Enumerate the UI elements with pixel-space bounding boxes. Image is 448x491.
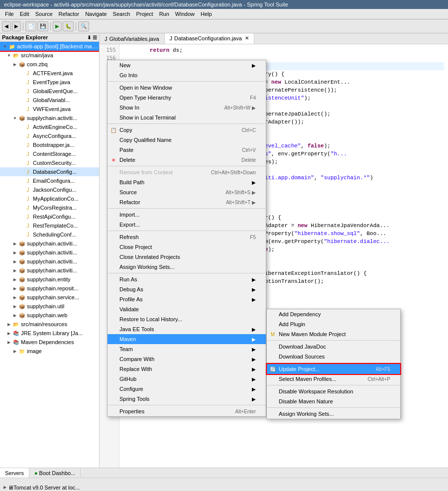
ctx-import[interactable]: Import... <box>108 210 266 220</box>
tree-item-supplychain-entity[interactable]: ▶ 📦 supplychain.entity <box>0 275 99 284</box>
maven-disable-nature[interactable]: Disable Maven Nature <box>267 396 400 406</box>
toolbar-new-btn[interactable]: 📄 <box>25 21 36 31</box>
tree-item-databaseconfig[interactable]: J DatabaseConfig... <box>0 167 99 176</box>
ctx-open-hierarchy[interactable]: Open Type Hierarchy F4 <box>108 93 266 103</box>
ctx-assign-working[interactable]: Assign Working Sets... <box>108 262 266 272</box>
ctx-close-project[interactable]: Close Project <box>108 242 266 252</box>
package-explorer-content[interactable]: ▼ 📁 activiti-app [boot] [Backend master]… <box>0 42 99 468</box>
ctx-configure[interactable]: Configure ▶ <box>108 384 266 394</box>
menu-edit[interactable]: Edit <box>17 10 32 18</box>
tree-item-supplychain-repo[interactable]: ▶ 📦 supplychain.reposit... <box>0 284 99 293</box>
tree-item-jacksonconfig[interactable]: J JacksonConfigu... <box>0 185 99 194</box>
maven-add-dep[interactable]: Add Dependency <box>267 309 400 319</box>
ctx-source[interactable]: Source Alt+Shift+S ▶ <box>108 187 266 197</box>
ctx-refactor[interactable]: Refactor Alt+Shift+T ▶ <box>108 197 266 207</box>
tree-item-resttemplate[interactable]: J RestTemplateCo... <box>0 221 99 230</box>
tree-item-bootstrapper[interactable]: J Bootstrapper.ja... <box>0 140 99 149</box>
tab-close-btn[interactable]: ✕ <box>245 35 249 41</box>
ctx-replace-with[interactable]: Replace With ▶ <box>108 364 266 374</box>
tree-item-contentstorage[interactable]: J ContentStorage... <box>0 149 99 158</box>
ctx-refresh[interactable]: Refresh F5 <box>108 232 266 242</box>
menu-window[interactable]: Window <box>172 10 198 18</box>
tree-item-com-zbq[interactable]: ▶ 📦 com.zbq <box>0 60 99 69</box>
tree-item-supplychain-service[interactable]: ▶ 📦 supplychain.service... <box>0 293 99 302</box>
tree-item-supplychain-util[interactable]: ▶ 📦 supplychain.util <box>0 302 99 311</box>
toolbar-search-btn[interactable]: 🔍 <box>78 21 89 31</box>
ctx-show-in[interactable]: Show In Alt+Shift+W ▶ <box>108 103 266 113</box>
ctx-maven[interactable]: Maven ▶ <box>108 334 266 344</box>
toolbar-back-btn[interactable]: ◀ <box>2 21 11 31</box>
tab-databaseconfiguration[interactable]: J DatabaseConfiguration.java ✕ <box>165 33 254 44</box>
tree-item-actfevent[interactable]: J ACTFEvent.java <box>0 69 99 78</box>
toolbar-debug-btn[interactable]: 🐛 <box>63 21 74 31</box>
ctx-restore-local[interactable]: Restore to Local History... <box>108 314 266 324</box>
tree-item-mycors[interactable]: J MyCorsRegistra... <box>0 203 99 212</box>
maven-assign-working-sets[interactable]: Assign Working Sets... <box>267 409 400 419</box>
tree-item-globaleventque[interactable]: J GlobalEventQue... <box>0 87 99 96</box>
maven-update-project[interactable]: 🔄 Update Project... Alt+F5 <box>267 364 400 374</box>
tree-item-supplychain5[interactable]: ▶ 📦 supplychain.activiti... <box>0 266 99 275</box>
tree-item-restapiconfig[interactable]: J RestApiConfigu... <box>0 212 99 221</box>
ctx-compare-with[interactable]: Compare With ▶ <box>108 354 266 364</box>
ctx-properties[interactable]: Properties Alt+Enter <box>108 406 266 416</box>
ctx-open-window[interactable]: Open in New Window <box>108 83 266 93</box>
tree-item-vwfevent[interactable]: J VWFEvent.java <box>0 105 99 114</box>
ctx-copy-qualified[interactable]: Copy Qualified Name <box>108 135 266 145</box>
maven-select-profiles[interactable]: Select Maven Profiles... Ctrl+Alt+P <box>267 374 400 384</box>
ctx-build-path[interactable]: Build Path ▶ <box>108 177 266 187</box>
ctx-export[interactable]: Export... <box>108 220 266 230</box>
bottom-tab-servers[interactable]: Servers <box>0 468 29 478</box>
ctx-copy[interactable]: 📋 Copy Ctrl+C <box>108 125 266 135</box>
ctx-delete[interactable]: ✕ Delete Delete <box>108 155 266 165</box>
ctx-validate[interactable]: Validate <box>108 304 266 314</box>
ctx-remove-context[interactable]: Remove from Context Ctrl+Alt+Shift+Down <box>108 167 266 177</box>
menu-file[interactable]: File <box>2 10 17 18</box>
server-item[interactable]: ▶ 🖥 Tomcat v9.0 Server at loc... <box>2 479 80 491</box>
ctx-spring-tools[interactable]: Spring Tools ▶ <box>108 394 266 404</box>
toolbar-save-btn[interactable]: 💾 <box>37 21 48 31</box>
ctx-debug-as[interactable]: Debug As ▶ <box>108 284 266 294</box>
tree-item-schedulingconf[interactable]: J SchedulingConf... <box>0 230 99 239</box>
menu-search[interactable]: Search <box>110 10 133 18</box>
bottom-tab-boot-dashboard[interactable]: ● Boot Dashbo... <box>29 468 81 478</box>
ctx-profile-as[interactable]: Profile As ▶ <box>108 294 266 304</box>
menu-navigate[interactable]: Navigate <box>82 10 110 18</box>
tree-item-src[interactable]: ▼ 📂 src/main/java <box>0 51 99 60</box>
tab-globalvariables[interactable]: J GlobalVariables.java <box>100 33 165 44</box>
tree-item-src-resources[interactable]: ▶ 📂 src/main/resources <box>0 320 99 329</box>
tree-item-jre[interactable]: ▶ 📚 JRE System Library [Ja... <box>0 329 99 338</box>
ctx-paste[interactable]: Paste Ctrl+V <box>108 145 266 155</box>
package-explorer-controls[interactable]: ⬇ ☰ <box>87 35 97 40</box>
tree-item-eventtype[interactable]: J EventType.java <box>0 78 99 87</box>
tree-item-maven-deps[interactable]: ▶ 📚 Maven Dependencies <box>0 338 99 347</box>
ctx-github[interactable]: GitHub ▶ <box>108 374 266 384</box>
ctx-java-ee-tools[interactable]: Java EE Tools ▶ <box>108 324 266 334</box>
tree-item-globalvariable[interactable]: J GlobalVariabl... <box>0 96 99 105</box>
tree-item-supplychain4[interactable]: ▶ 📦 supplychain.activiti... <box>0 257 99 266</box>
menu-project[interactable]: Project <box>133 10 156 18</box>
ctx-go-into[interactable]: Go Into <box>108 70 266 80</box>
maven-download-javadoc[interactable]: Download JavaDoc <box>267 342 400 352</box>
ctx-new[interactable]: New ▶ <box>108 60 266 70</box>
menu-help[interactable]: Help <box>198 10 215 18</box>
ctx-team[interactable]: Team ▶ <box>108 344 266 354</box>
ctx-run-as[interactable]: Run As ▶ <box>108 274 266 284</box>
tree-item-emailconfig[interactable]: J EmailConfigura... <box>0 176 99 185</box>
tree-item-image[interactable]: ▶ 📁 image <box>0 347 99 356</box>
tree-item-supplychain-activiti[interactable]: ▼ 📦 supplychain.activiti... <box>0 114 99 123</box>
tree-item-asyncconfig[interactable]: J AsyncConfigura... <box>0 131 99 140</box>
tree-item-customsecurity[interactable]: J CustomSecurity... <box>0 158 99 167</box>
ctx-show-local-terminal[interactable]: Show in Local Terminal <box>108 113 266 123</box>
tree-item-activitiengine[interactable]: J ActivitiEngineCo... <box>0 123 99 131</box>
menu-run[interactable]: Run <box>156 10 172 18</box>
menu-refactor[interactable]: Refactor <box>56 10 83 18</box>
maven-disable-workspace[interactable]: Disable Workspace Resolution <box>267 386 400 396</box>
maven-download-sources[interactable]: Download Sources <box>267 352 400 362</box>
menu-source[interactable]: Source <box>32 10 56 18</box>
tree-item-supplychain2[interactable]: ▶ 📦 supplychain.activiti... <box>0 239 99 248</box>
maven-add-plugin[interactable]: Add Plugin <box>267 319 400 329</box>
toolbar-run-btn[interactable]: ▶ <box>53 21 62 31</box>
tree-item-myapplication[interactable]: J MyApplicationCo... <box>0 194 99 203</box>
tree-item-supplychain3[interactable]: ▶ 📦 supplychain.activiti... <box>0 248 99 257</box>
toolbar-fwd-btn[interactable]: ▶ <box>12 21 21 31</box>
